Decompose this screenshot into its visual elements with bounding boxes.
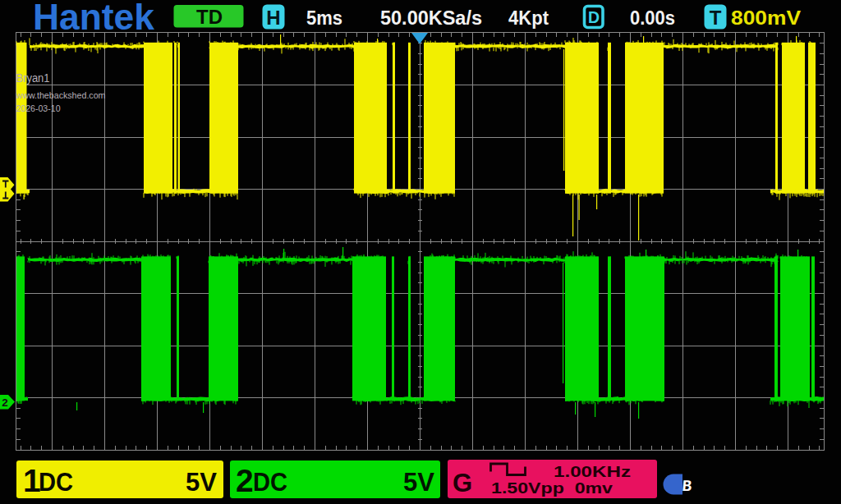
svg-text:50.00KSa/s: 50.00KSa/s bbox=[380, 7, 482, 29]
svg-text:5ms: 5ms bbox=[306, 7, 342, 29]
svg-text:2: 2 bbox=[2, 396, 8, 409]
svg-text:D: D bbox=[588, 8, 600, 26]
svg-text:Hantek: Hantek bbox=[33, 0, 155, 38]
svg-text:5V: 5V bbox=[403, 468, 434, 497]
svg-text:800mV: 800mV bbox=[731, 7, 802, 29]
svg-text:Bryan1: Bryan1 bbox=[16, 71, 50, 85]
svg-text:1.00KHz: 1.00KHz bbox=[554, 463, 631, 480]
svg-text:0.00s: 0.00s bbox=[630, 7, 675, 29]
svg-text:G: G bbox=[453, 469, 472, 497]
svg-text:www.thebackshed.com: www.thebackshed.com bbox=[16, 90, 106, 100]
svg-text:2026-03-10: 2026-03-10 bbox=[16, 103, 61, 113]
svg-text:5V: 5V bbox=[186, 468, 217, 497]
svg-text:TD: TD bbox=[196, 7, 223, 28]
svg-text:DC: DC bbox=[39, 467, 73, 497]
svg-text:H: H bbox=[266, 7, 280, 29]
svg-text:1.50Vpp 0mv: 1.50Vpp 0mv bbox=[491, 479, 614, 497]
svg-text:4Kpt: 4Kpt bbox=[508, 7, 549, 29]
svg-text:2: 2 bbox=[236, 463, 254, 498]
svg-text:T: T bbox=[710, 7, 722, 29]
svg-text:DC: DC bbox=[253, 467, 287, 497]
svg-text:B: B bbox=[681, 479, 692, 497]
